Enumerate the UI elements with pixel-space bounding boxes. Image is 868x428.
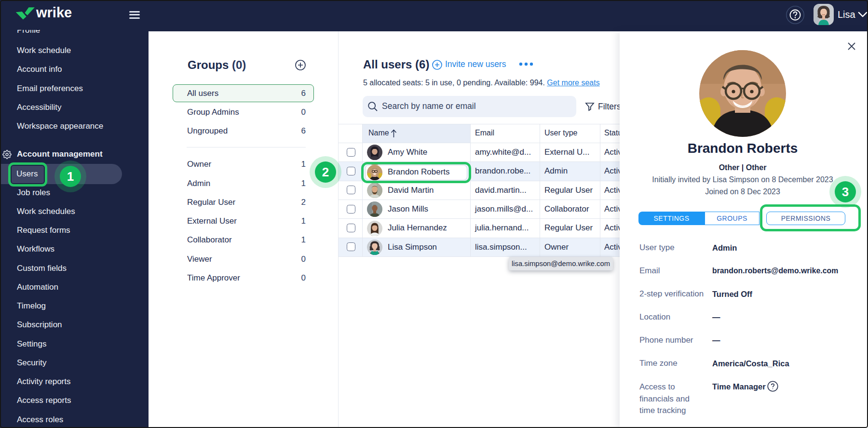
svg-text:wrike: wrike <box>36 5 72 20</box>
